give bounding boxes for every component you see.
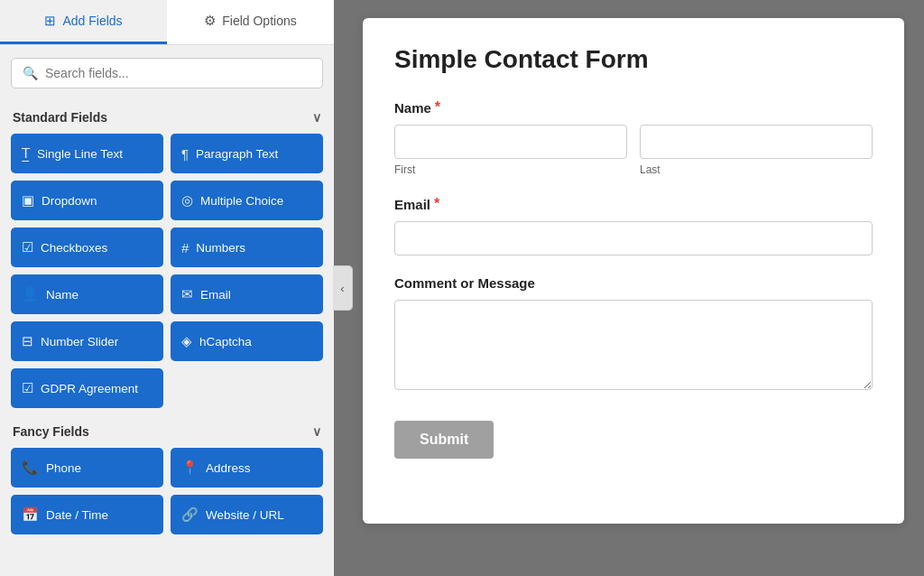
message-field-label: Comment or Message <box>394 275 873 291</box>
phone-icon: 📞 <box>22 460 39 476</box>
field-btn-single-line-text[interactable]: T̲ Single Line Text <box>11 134 163 173</box>
add-fields-icon: ⊞ <box>44 13 56 29</box>
name-field-group: Name * First Last <box>394 99 873 176</box>
standard-fields-header: Standard Fields ∨ <box>11 98 323 134</box>
first-name-input[interactable] <box>394 125 627 159</box>
message-field-group: Comment or Message <box>394 275 873 394</box>
search-icon: 🔍 <box>23 66 38 80</box>
field-options-icon: ⚙ <box>204 13 216 29</box>
tab-field-options-label: Field Options <box>222 14 296 28</box>
multiple-choice-icon: ◎ <box>181 192 193 209</box>
field-btn-name[interactable]: 👤 Name <box>11 274 163 314</box>
submit-button[interactable]: Submit <box>394 421 494 459</box>
hcaptcha-label: hCaptcha <box>199 335 252 348</box>
message-textarea[interactable] <box>394 300 873 390</box>
field-btn-multiple-choice[interactable]: ◎ Multiple Choice <box>171 181 323 220</box>
standard-fields-grid: T̲ Single Line Text ¶ Paragraph Text ▣ D… <box>11 134 323 408</box>
single-line-text-label: Single Line Text <box>37 147 123 161</box>
number-slider-label: Number Slider <box>41 335 118 348</box>
field-btn-checkboxes[interactable]: ☑ Checkboxes <box>11 228 163 267</box>
single-line-text-icon: T̲ <box>22 145 30 162</box>
standard-fields-chevron[interactable]: ∨ <box>312 110 321 125</box>
fancy-fields-chevron[interactable]: ∨ <box>312 424 321 439</box>
last-name-group: Last <box>640 125 873 176</box>
address-icon: 📍 <box>181 460 199 476</box>
fancy-fields-grid: 📞 Phone 📍 Address 📅 Date / Time 🔗 Websit… <box>11 448 323 534</box>
field-btn-address[interactable]: 📍 Address <box>171 448 323 488</box>
field-btn-dropdown[interactable]: ▣ Dropdown <box>11 181 163 220</box>
name-label: Name <box>46 288 79 302</box>
last-name-sublabel: Last <box>640 163 873 176</box>
field-btn-numbers[interactable]: # Numbers <box>171 228 323 267</box>
fields-scroll: Standard Fields ∨ T̲ Single Line Text ¶ … <box>0 98 334 576</box>
left-panel: ⊞ Add Fields ⚙ Field Options 🔍 Standard … <box>0 0 334 576</box>
dropdown-icon: ▣ <box>22 192 34 209</box>
field-btn-email[interactable]: ✉ Email <box>171 274 323 314</box>
email-field-label: Email * <box>394 196 873 212</box>
collapse-toggle[interactable]: ‹ <box>333 265 353 311</box>
first-name-group: First <box>394 125 627 176</box>
field-btn-number-slider[interactable]: ⊟ Number Slider <box>11 321 163 361</box>
paragraph-text-icon: ¶ <box>181 146 189 162</box>
right-panel: ‹ Simple Contact Form Name * First Last <box>334 0 924 576</box>
fancy-fields-label: Fancy Fields <box>13 424 89 439</box>
tab-add-fields[interactable]: ⊞ Add Fields <box>0 0 167 44</box>
last-name-input[interactable] <box>640 125 873 159</box>
multiple-choice-label: Multiple Choice <box>200 194 283 208</box>
name-icon: 👤 <box>22 286 39 302</box>
gdpr-agreement-icon: ☑ <box>22 380 33 396</box>
number-slider-icon: ⊟ <box>22 333 33 349</box>
date-time-label: Date / Time <box>46 508 108 522</box>
website-url-icon: 🔗 <box>181 506 199 523</box>
tab-add-fields-label: Add Fields <box>62 14 122 28</box>
checkboxes-label: Checkboxes <box>41 241 107 255</box>
fancy-fields-header: Fancy Fields ∨ <box>11 412 323 448</box>
form-card: Simple Contact Form Name * First Last <box>363 18 904 524</box>
numbers-label: Numbers <box>196 241 245 255</box>
hcaptcha-icon: ◈ <box>181 333 192 349</box>
name-inputs: First Last <box>394 125 873 176</box>
field-btn-gdpr-agreement[interactable]: ☑ GDPR Agreement <box>11 368 163 408</box>
field-btn-website-url[interactable]: 🔗 Website / URL <box>171 495 323 534</box>
email-field-group: Email * <box>394 196 873 255</box>
email-icon: ✉ <box>181 286 193 302</box>
search-box: 🔍 <box>11 58 323 88</box>
tab-field-options[interactable]: ⚙ Field Options <box>167 0 334 44</box>
address-label: Address <box>206 461 251 475</box>
form-title: Simple Contact Form <box>394 45 873 74</box>
date-time-icon: 📅 <box>22 506 39 523</box>
paragraph-text-label: Paragraph Text <box>196 147 278 161</box>
email-input[interactable] <box>394 221 873 255</box>
search-input[interactable] <box>45 66 311 80</box>
name-required-star: * <box>435 99 440 116</box>
name-field-label: Name * <box>394 99 873 116</box>
tabs-bar: ⊞ Add Fields ⚙ Field Options <box>0 0 334 45</box>
first-name-sublabel: First <box>394 163 627 176</box>
website-url-label: Website / URL <box>206 508 284 522</box>
field-btn-paragraph-text[interactable]: ¶ Paragraph Text <box>171 134 323 173</box>
dropdown-label: Dropdown <box>42 194 97 208</box>
field-btn-phone[interactable]: 📞 Phone <box>11 448 163 488</box>
standard-fields-label: Standard Fields <box>13 110 107 125</box>
checkboxes-icon: ☑ <box>22 239 33 255</box>
field-btn-date-time[interactable]: 📅 Date / Time <box>11 495 163 534</box>
numbers-icon: # <box>181 240 189 255</box>
email-label: Email <box>200 288 231 302</box>
phone-label: Phone <box>46 461 81 475</box>
gdpr-agreement-label: GDPR Agreement <box>41 382 138 395</box>
field-btn-hcaptcha[interactable]: ◈ hCaptcha <box>171 321 323 361</box>
email-required-star: * <box>434 196 439 212</box>
search-container: 🔍 <box>0 45 334 98</box>
